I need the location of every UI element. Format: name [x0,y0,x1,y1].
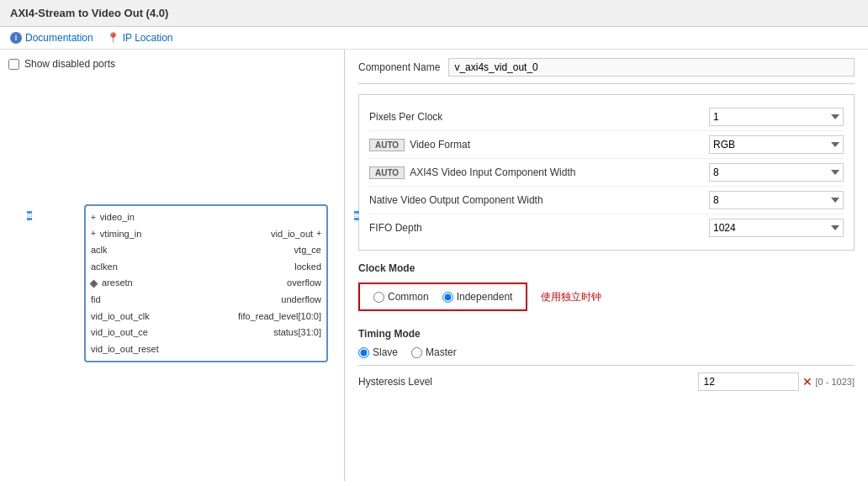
app-title: AXI4-Stream to Video Out (4.0) [10,7,168,19]
port-aclken: aclken locked [86,259,326,276]
port-overflow-label: overflow [287,276,321,291]
port-locked-label: locked [294,260,321,275]
port-vid-io-out-ce-label: vid_io_out_ce [91,325,148,341]
axi4s-width-label: AXI4S Video Input Component Width [410,166,709,178]
timing-mode-slave-label: Slave [373,346,398,358]
axi4s-width-select[interactable]: 8 10 12 16 [709,163,844,182]
port-aclken-label: aclken [91,260,118,275]
documentation-link[interactable]: i Documentation [10,32,93,44]
port-vid-io-out-clk-label: vid_io_out_clk [91,309,150,325]
title-bar: AXI4-Stream to Video Out (4.0) [0,0,868,27]
port-vid-io-out-clk: vid_io_out_clk fifo_read_level[10:0] [86,309,326,325]
clock-mode-common-radio[interactable] [373,292,384,303]
fifo-depth-label: FIFO Depth [369,222,709,234]
timing-mode-section: Timing Mode Slave Master [358,323,855,362]
pixels-per-clock-control: 1 2 4 [709,108,844,126]
timing-mode-master-label: Master [426,346,457,358]
timing-mode-slave-group[interactable]: Slave [358,346,398,358]
pixels-per-clock-label: Pixels Per Clock [369,111,709,123]
info-icon: i [10,32,22,44]
axi4s-width-control: 8 10 12 16 [709,163,844,182]
native-width-select[interactable]: 8 10 12 16 [709,191,844,209]
hysteresis-row: Hysteresis Level ✕ [0 - 1023] [358,365,855,396]
main-content: Show disabled ports + video_in [0,50,868,481]
hysteresis-clear-icon[interactable]: ✕ [802,375,812,388]
documentation-label: Documentation [25,32,93,44]
bus-stripe-3 [27,218,32,220]
port-aresetn: aresetn overflow [86,275,326,292]
pixels-per-clock-select[interactable]: 1 2 4 [709,108,844,126]
hysteresis-range: [0 - 1023] [816,377,855,387]
diamond-icon [90,279,98,288]
port-vtiming-in: + vtiming_in vid_io_out + [86,226,326,243]
clock-mode-independent-label: Independent [457,291,513,303]
video-format-control: RGB YUV444 YUV422 [709,135,844,154]
bus-stripe-1 [27,211,32,214]
fifo-depth-select[interactable]: 32 64 128 256 512 1024 2048 4096 [709,219,844,237]
left-panel: Show disabled ports + video_in [0,50,345,481]
port-status-label: status[31:0] [273,325,321,341]
right-bus-indicator [354,211,359,220]
ip-location-link[interactable]: 📍 IP Location [107,32,173,44]
show-disabled-checkbox[interactable] [8,59,19,70]
bus-stripe-2 [27,214,32,217]
timing-mode-master-radio[interactable] [411,347,422,358]
clock-mode-common-group[interactable]: Common [373,291,429,303]
location-icon: 📍 [107,32,119,44]
video-format-row: AUTO Video Format RGB YUV444 YUV422 [369,131,844,159]
right-panel: Component Name Pixels Per Clock 1 2 4 [345,50,868,481]
hysteresis-label: Hysteresis Level [358,376,698,388]
port-vid-io-out-label: vid_io_out [271,227,313,242]
ip-location-label: IP Location [123,32,173,44]
left-bus-indicator [27,211,32,220]
clock-mode-row: Common Independent 使用独立时钟 [358,277,855,316]
axi4s-width-row: AUTO AXI4S Video Input Component Width 8… [369,159,844,187]
component-name-label: Component Name [358,61,440,73]
video-format-auto-button[interactable]: AUTO [369,139,405,151]
port-vid-io-out-ce: vid_io_out_ce status[31:0] [86,325,326,341]
clock-mode-common-label: Common [388,291,429,303]
component-name-row: Component Name [358,58,855,84]
timing-mode-master-group[interactable]: Master [411,346,457,358]
video-format-select[interactable]: RGB YUV444 YUV422 [709,135,844,154]
port-video-in-label: video_in [100,210,135,225]
component-diagram-wrapper: + video_in + vtiming_in vid_io_out + [50,204,336,362]
component-diagram: + video_in + vtiming_in vid_io_out + [84,204,328,362]
config-section: Pixels Per Clock 1 2 4 AUTO Video Format [358,94,855,251]
port-vtiming-in-label: vtiming_in [100,227,142,242]
clock-mode-section: Clock Mode Common Independent 使用独立时钟 [358,257,855,316]
toolbar: i Documentation 📍 IP Location [0,27,868,50]
port-aclk-label: aclk [91,243,108,258]
show-disabled-row: Show disabled ports [8,58,336,70]
clock-mode-box: Common Independent [358,283,527,311]
port-fifo-read-level-label: fifo_read_level[10:0] [238,309,321,325]
native-width-row: Native Video Output Component Width 8 10… [369,187,844,214]
right-bus-stripe-1 [354,211,359,214]
video-format-label: Video Format [410,139,709,151]
hysteresis-input[interactable] [698,372,799,391]
clock-mode-title: Clock Mode [358,257,855,277]
port-fid-label: fid [91,293,101,308]
show-disabled-label: Show disabled ports [24,58,115,70]
component-name-input[interactable] [448,58,855,77]
fifo-depth-control: 32 64 128 256 512 1024 2048 4096 [709,219,844,237]
right-bus-stripe-2 [354,214,359,217]
clock-mode-independent-radio[interactable] [442,292,453,303]
port-fid: fid underflow [86,292,326,309]
fifo-depth-row: FIFO Depth 32 64 128 256 512 1024 2048 4… [369,214,844,241]
native-width-label: Native Video Output Component Width [369,194,709,206]
timing-mode-title: Timing Mode [358,323,855,343]
clock-mode-independent-group[interactable]: Independent [442,291,513,303]
port-vtg-ce-label: vtg_ce [294,243,321,258]
port-video-in: + video_in [86,209,326,226]
axi4s-width-auto-button[interactable]: AUTO [369,166,405,179]
port-underflow-label: underflow [281,293,321,308]
port-aclk: aclk vtg_ce [86,242,326,259]
pixels-per-clock-row: Pixels Per Clock 1 2 4 [369,103,844,131]
right-bus-stripe-3 [354,218,359,220]
clock-mode-note: 使用独立时钟 [541,290,601,304]
timing-mode-slave-radio[interactable] [358,347,369,358]
port-vid-io-out-reset-label: vid_io_out_reset [91,342,159,357]
native-width-control: 8 10 12 16 [709,191,844,209]
port-aresetn-label: aresetn [102,276,133,291]
